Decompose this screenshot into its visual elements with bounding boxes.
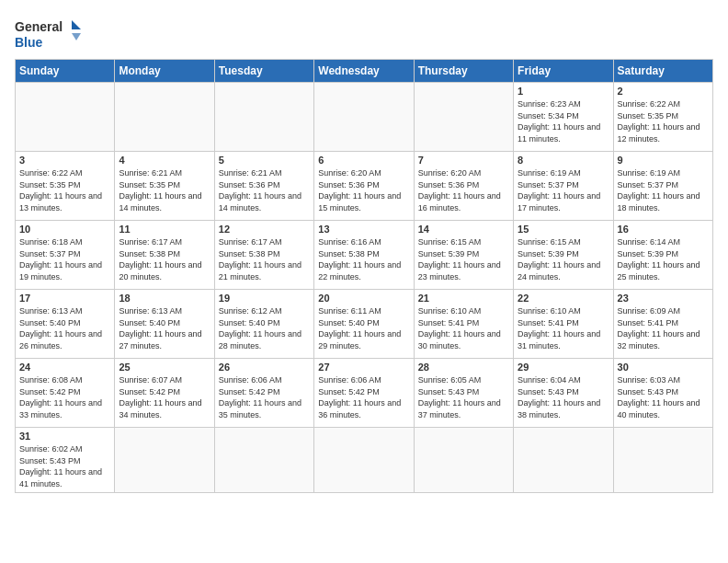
calendar-cell: 8Sunrise: 6:19 AM Sunset: 5:37 PM Daylig… <box>514 152 613 221</box>
day-info: Sunrise: 6:03 AM Sunset: 5:43 PM Dayligh… <box>618 374 709 420</box>
calendar-cell: 31Sunrise: 6:02 AM Sunset: 5:43 PM Dayli… <box>16 428 115 493</box>
calendar-table: SundayMondayTuesdayWednesdayThursdayFrid… <box>15 59 713 493</box>
day-number: 13 <box>318 224 409 235</box>
day-info: Sunrise: 6:19 AM Sunset: 5:37 PM Dayligh… <box>618 167 709 213</box>
calendar-cell: 17Sunrise: 6:13 AM Sunset: 5:40 PM Dayli… <box>16 290 115 359</box>
day-info: Sunrise: 6:19 AM Sunset: 5:37 PM Dayligh… <box>518 167 609 213</box>
day-info: Sunrise: 6:14 AM Sunset: 5:39 PM Dayligh… <box>618 236 709 282</box>
day-number: 19 <box>219 293 310 304</box>
calendar-cell: 7Sunrise: 6:20 AM Sunset: 5:36 PM Daylig… <box>414 152 513 221</box>
day-number: 12 <box>219 224 310 235</box>
calendar-cell: 10Sunrise: 6:18 AM Sunset: 5:37 PM Dayli… <box>16 221 115 290</box>
calendar-cell: 2Sunrise: 6:22 AM Sunset: 5:35 PM Daylig… <box>613 83 712 152</box>
day-number: 20 <box>318 293 409 304</box>
day-info: Sunrise: 6:13 AM Sunset: 5:40 PM Dayligh… <box>119 305 210 351</box>
calendar-cell: 9Sunrise: 6:19 AM Sunset: 5:37 PM Daylig… <box>613 152 712 221</box>
day-number: 5 <box>219 155 310 166</box>
calendar-cell: 6Sunrise: 6:20 AM Sunset: 5:36 PM Daylig… <box>314 152 414 221</box>
day-number: 2 <box>618 86 709 97</box>
day-number: 29 <box>518 362 609 373</box>
day-info: Sunrise: 6:05 AM Sunset: 5:43 PM Dayligh… <box>418 374 509 420</box>
day-info: Sunrise: 6:04 AM Sunset: 5:43 PM Dayligh… <box>518 374 609 420</box>
day-number: 27 <box>318 362 409 373</box>
day-info: Sunrise: 6:16 AM Sunset: 5:38 PM Dayligh… <box>318 236 409 282</box>
day-number: 11 <box>119 224 210 235</box>
svg-marker-3 <box>72 33 81 40</box>
day-info: Sunrise: 6:12 AM Sunset: 5:40 PM Dayligh… <box>219 305 310 351</box>
day-info: Sunrise: 6:08 AM Sunset: 5:42 PM Dayligh… <box>19 374 110 420</box>
day-number: 9 <box>618 155 709 166</box>
day-number: 24 <box>19 362 110 373</box>
day-info: Sunrise: 6:15 AM Sunset: 5:39 PM Dayligh… <box>518 236 609 282</box>
calendar-cell <box>514 428 613 493</box>
calendar-cell: 22Sunrise: 6:10 AM Sunset: 5:41 PM Dayli… <box>514 290 613 359</box>
calendar-cell: 28Sunrise: 6:05 AM Sunset: 5:43 PM Dayli… <box>414 359 513 428</box>
calendar-cell: 18Sunrise: 6:13 AM Sunset: 5:40 PM Dayli… <box>115 290 214 359</box>
svg-text:General: General <box>15 19 63 34</box>
day-info: Sunrise: 6:20 AM Sunset: 5:36 PM Dayligh… <box>318 167 409 213</box>
day-info: Sunrise: 6:17 AM Sunset: 5:38 PM Dayligh… <box>119 236 210 282</box>
day-info: Sunrise: 6:21 AM Sunset: 5:36 PM Dayligh… <box>219 167 310 213</box>
day-number: 15 <box>518 224 609 235</box>
day-info: Sunrise: 6:13 AM Sunset: 5:40 PM Dayligh… <box>19 305 110 351</box>
day-info: Sunrise: 6:21 AM Sunset: 5:35 PM Dayligh… <box>119 167 210 213</box>
calendar-cell: 23Sunrise: 6:09 AM Sunset: 5:41 PM Dayli… <box>613 290 712 359</box>
day-number: 10 <box>19 224 110 235</box>
calendar-cell <box>115 428 214 493</box>
calendar-cell: 25Sunrise: 6:07 AM Sunset: 5:42 PM Dayli… <box>115 359 214 428</box>
day-info: Sunrise: 6:02 AM Sunset: 5:43 PM Dayligh… <box>19 443 110 489</box>
day-number: 26 <box>219 362 310 373</box>
calendar-cell: 15Sunrise: 6:15 AM Sunset: 5:39 PM Dayli… <box>514 221 613 290</box>
day-number: 6 <box>318 155 409 166</box>
generalblue-logo-icon: General Blue <box>15 15 88 52</box>
day-info: Sunrise: 6:09 AM Sunset: 5:41 PM Dayligh… <box>618 305 709 351</box>
calendar-cell <box>314 428 414 493</box>
day-number: 23 <box>618 293 709 304</box>
day-number: 22 <box>518 293 609 304</box>
column-header-sunday: Sunday <box>16 60 115 83</box>
calendar-cell: 14Sunrise: 6:15 AM Sunset: 5:39 PM Dayli… <box>414 221 513 290</box>
calendar-cell <box>16 83 115 152</box>
day-info: Sunrise: 6:18 AM Sunset: 5:37 PM Dayligh… <box>19 236 110 282</box>
day-info: Sunrise: 6:23 AM Sunset: 5:34 PM Dayligh… <box>518 98 609 144</box>
calendar-cell: 1Sunrise: 6:23 AM Sunset: 5:34 PM Daylig… <box>514 83 613 152</box>
calendar-cell: 27Sunrise: 6:06 AM Sunset: 5:42 PM Dayli… <box>314 359 414 428</box>
svg-marker-2 <box>72 20 81 29</box>
day-number: 31 <box>19 431 110 442</box>
calendar-cell: 20Sunrise: 6:11 AM Sunset: 5:40 PM Dayli… <box>314 290 414 359</box>
calendar-cell <box>214 428 313 493</box>
calendar-cell: 24Sunrise: 6:08 AM Sunset: 5:42 PM Dayli… <box>16 359 115 428</box>
calendar-cell <box>115 83 214 152</box>
calendar-cell: 26Sunrise: 6:06 AM Sunset: 5:42 PM Dayli… <box>214 359 313 428</box>
day-info: Sunrise: 6:10 AM Sunset: 5:41 PM Dayligh… <box>418 305 509 351</box>
day-info: Sunrise: 6:22 AM Sunset: 5:35 PM Dayligh… <box>19 167 110 213</box>
day-info: Sunrise: 6:07 AM Sunset: 5:42 PM Dayligh… <box>119 374 210 420</box>
calendar-cell: 19Sunrise: 6:12 AM Sunset: 5:40 PM Dayli… <box>214 290 313 359</box>
column-header-monday: Monday <box>115 60 214 83</box>
day-number: 3 <box>19 155 110 166</box>
logo: General Blue <box>15 15 88 52</box>
day-info: Sunrise: 6:11 AM Sunset: 5:40 PM Dayligh… <box>318 305 409 351</box>
day-number: 1 <box>518 86 609 97</box>
header: General Blue <box>15 15 713 52</box>
calendar-cell <box>414 428 513 493</box>
column-header-saturday: Saturday <box>613 60 712 83</box>
day-info: Sunrise: 6:06 AM Sunset: 5:42 PM Dayligh… <box>318 374 409 420</box>
column-header-tuesday: Tuesday <box>214 60 313 83</box>
calendar-cell: 30Sunrise: 6:03 AM Sunset: 5:43 PM Dayli… <box>613 359 712 428</box>
calendar-cell: 13Sunrise: 6:16 AM Sunset: 5:38 PM Dayli… <box>314 221 414 290</box>
day-info: Sunrise: 6:20 AM Sunset: 5:36 PM Dayligh… <box>418 167 509 213</box>
calendar-cell <box>314 83 414 152</box>
day-info: Sunrise: 6:17 AM Sunset: 5:38 PM Dayligh… <box>219 236 310 282</box>
day-info: Sunrise: 6:10 AM Sunset: 5:41 PM Dayligh… <box>518 305 609 351</box>
calendar-cell: 21Sunrise: 6:10 AM Sunset: 5:41 PM Dayli… <box>414 290 513 359</box>
calendar-cell <box>414 83 513 152</box>
calendar-cell: 4Sunrise: 6:21 AM Sunset: 5:35 PM Daylig… <box>115 152 214 221</box>
column-header-wednesday: Wednesday <box>314 60 414 83</box>
calendar-cell: 5Sunrise: 6:21 AM Sunset: 5:36 PM Daylig… <box>214 152 313 221</box>
day-number: 25 <box>119 362 210 373</box>
day-number: 18 <box>119 293 210 304</box>
day-number: 21 <box>418 293 509 304</box>
calendar-cell: 12Sunrise: 6:17 AM Sunset: 5:38 PM Dayli… <box>214 221 313 290</box>
day-number: 7 <box>418 155 509 166</box>
